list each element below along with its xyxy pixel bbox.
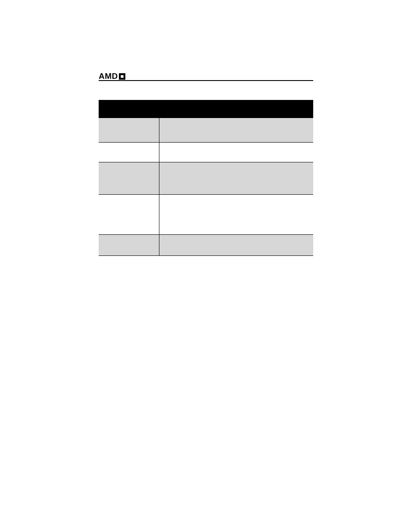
table-cell	[159, 143, 313, 162]
amd-logo-text: AMD	[99, 72, 118, 80]
table-header-row	[99, 100, 313, 118]
table-header-cell	[159, 100, 313, 118]
table-row	[99, 162, 313, 195]
table-cell	[159, 162, 313, 194]
table-cell	[99, 118, 159, 142]
table-cell	[99, 162, 159, 194]
amd-logo: AMD	[99, 71, 125, 80]
table-cell	[159, 235, 313, 255]
table-cell	[99, 143, 159, 162]
table-cell	[159, 118, 313, 142]
svg-marker-6	[121, 75, 123, 78]
document-page: AMD	[0, 0, 411, 532]
table-row	[99, 195, 313, 235]
table-row	[99, 118, 313, 143]
table-cell	[99, 235, 159, 255]
amd-arrow-icon	[119, 73, 125, 80]
table-header-cell	[99, 100, 159, 118]
data-table	[99, 100, 313, 256]
table-row	[99, 235, 313, 256]
table-cell	[99, 195, 159, 234]
table-row	[99, 143, 313, 162]
page-header: AMD	[99, 71, 313, 81]
table-cell	[159, 195, 313, 234]
